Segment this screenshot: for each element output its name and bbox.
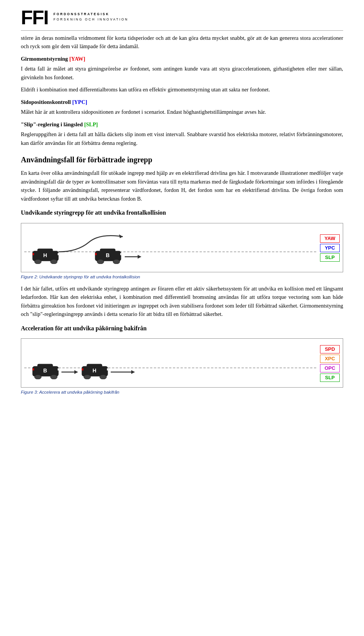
intro-long-para: En karta över olika användningsfall för … (21, 169, 343, 203)
svg-text:B: B (43, 367, 47, 374)
figure2-inner: B H (24, 342, 340, 384)
svg-point-28 (84, 375, 91, 379)
svg-rect-32 (82, 368, 83, 371)
svg-marker-34 (131, 370, 135, 374)
figure1-container: H B (21, 223, 343, 272)
logo-ffi: FFI (21, 8, 48, 27)
yaw-para2: Eldrift i kombination med differentialbr… (21, 85, 343, 94)
figure1-scene: H B (24, 227, 316, 269)
car2-b-svg: B (32, 363, 60, 379)
svg-point-11 (113, 259, 120, 264)
svg-point-29 (100, 375, 107, 379)
slp-label: [SLP] (84, 121, 98, 127)
intro-paragraph: större än deras nominella vridmoment för… (21, 34, 343, 51)
yaw-heading: Girmomentstyrning [YAW] (21, 55, 343, 63)
logo-text: Fordonsstrategisk Forskning och Innovati… (53, 11, 129, 22)
badge-slp-2: SLP (320, 374, 340, 382)
svg-rect-22 (58, 368, 60, 371)
car-h-svg: H (32, 248, 60, 264)
svg-point-20 (50, 375, 57, 379)
svg-rect-7 (33, 253, 34, 255)
header: FFI Fordonsstrategisk Forskning och Inno… (21, 8, 343, 31)
yaw-heading-text: Girmomentstyrning (21, 56, 69, 62)
svg-rect-31 (107, 368, 109, 371)
slp-heading: "Slip"-reglering i längsled [SLP] (21, 120, 343, 129)
para-fig1: I det här fallet, utförs ett undvikande … (21, 284, 343, 319)
ypc-label: [YPC] (72, 99, 87, 105)
figure2-badges: SPD XPC OPC SLP (320, 345, 340, 382)
ypc-heading-text: Sidopositionskontroll (21, 99, 72, 105)
badge-slp: SLP (320, 253, 340, 262)
figure2-container: B H (21, 338, 343, 388)
badge-xpc: XPC (320, 355, 340, 363)
figure1-caption: Figure 2: Undvikande styringrep för att … (21, 274, 343, 281)
car-b-svg: B (94, 248, 123, 264)
page: FFI Fordonsstrategisk Forskning och Inno… (0, 0, 364, 411)
svg-marker-25 (74, 370, 78, 374)
figure2-scene: B H (24, 342, 316, 384)
figure1-badges: YAW YPC SLP (320, 234, 340, 262)
svg-text:B: B (106, 252, 110, 258)
badge-ypc: YPC (320, 244, 340, 252)
org-line2: Forskning och Innovation (53, 17, 129, 22)
figure1-inner: H B (24, 227, 340, 269)
figure2-caption: Figure 3: Accelerera att undvika påkörni… (21, 389, 343, 396)
svg-text:H: H (93, 367, 96, 374)
yaw-label: [YAW] (69, 56, 85, 62)
ypc-para: Målet här är att kontrollera sidopositio… (21, 108, 343, 116)
badge-spd: SPD (320, 345, 340, 353)
svg-marker-16 (138, 255, 141, 259)
svg-text:H: H (43, 252, 47, 258)
yaw-para1: I detta fall är målet att styra girnings… (21, 64, 343, 82)
badge-yaw: YAW (320, 234, 340, 243)
fig2-subheading: Acceleration för att undvika påkörning b… (21, 324, 343, 333)
svg-point-19 (35, 375, 41, 379)
big-heading: Användningsfall för förbättrade ingrepp (21, 154, 343, 166)
org-line1: Fordonsstrategisk (53, 11, 129, 17)
arrow-h-right (111, 368, 137, 376)
ypc-heading: Sidopositionskontroll [YPC] (21, 98, 343, 106)
svg-point-10 (97, 259, 104, 264)
svg-rect-23 (33, 368, 34, 371)
svg-rect-6 (58, 253, 60, 255)
slp-heading-text: "Slip"-reglering i längsled (21, 121, 84, 127)
slp-para: Regleruppgiften är i detta fall att håll… (21, 130, 343, 147)
badge-opc: OPC (320, 364, 340, 372)
svg-rect-14 (95, 253, 97, 255)
car2-h-svg: H (81, 363, 110, 379)
svg-point-4 (50, 259, 57, 264)
fig1-subheading: Undvikande styringrepp för att undvika f… (21, 208, 343, 218)
arrow-after-b (125, 253, 144, 261)
svg-rect-13 (120, 253, 122, 255)
svg-point-3 (35, 259, 41, 264)
arrow-b-right (61, 368, 80, 376)
